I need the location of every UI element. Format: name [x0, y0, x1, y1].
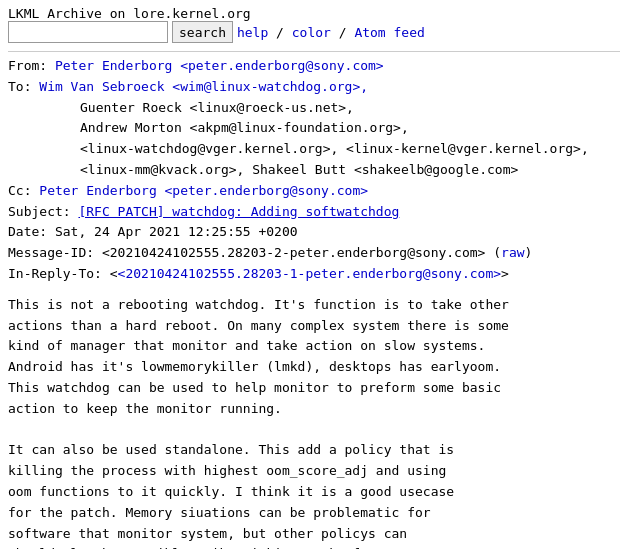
to-cc2: Andrew Morton <akpm@linux-foundation.org…: [80, 118, 409, 139]
to-cc4-line: <linux-mm@kvack.org>, Shakeel Butt <shak…: [80, 160, 620, 181]
raw-link[interactable]: raw: [501, 245, 524, 260]
email-body: This is not a rebooting watchdog. It's f…: [8, 295, 620, 549]
date-value: Sat, 24 Apr 2021 12:25:55 +0200: [47, 222, 297, 243]
to-value: Wim Van Sebroeck <wim@linux-watchdog.org…: [31, 77, 368, 98]
to-email-link[interactable]: Wim Van Sebroeck <wim@linux-watchdog.org…: [39, 79, 368, 94]
from-label: From:: [8, 56, 47, 77]
msgid-line: Message-ID: <20210424102555.28203-2-pete…: [8, 243, 620, 264]
header-divider: [8, 51, 620, 52]
subject-line: Subject: [RFC PATCH] watchdog: Adding so…: [8, 202, 620, 223]
search-bar: search help / color / Atom feed: [8, 21, 620, 43]
to-label: To:: [8, 77, 31, 98]
cc-line: Cc: Peter Enderborg <peter.enderborg@son…: [8, 181, 620, 202]
to-cc2-line: Andrew Morton <akpm@linux-foundation.org…: [80, 118, 620, 139]
search-button[interactable]: search: [172, 21, 233, 43]
to-cc3-line: <linux-watchdog@vger.kernel.org>, <linux…: [80, 139, 620, 160]
to-line: To: Wim Van Sebroeck <wim@linux-watchdog…: [8, 77, 620, 98]
email-headers: From: Peter Enderborg <peter.enderborg@s…: [8, 56, 620, 285]
inreplyto-line: In-Reply-To: <<20210424102555.28203-1-pe…: [8, 264, 620, 285]
separator-2: /: [339, 25, 355, 40]
atom-link[interactable]: Atom feed: [354, 25, 424, 40]
cc-label: Cc:: [8, 181, 31, 202]
separator-1: /: [276, 25, 292, 40]
cc-value: Peter Enderborg <peter.enderborg@sony.co…: [31, 181, 368, 202]
inreplyto-value: <<20210424102555.28203-1-peter.enderborg…: [102, 264, 509, 285]
msgid-value: <20210424102555.28203-2-peter.enderborg@…: [94, 243, 532, 264]
date-line: Date: Sat, 24 Apr 2021 12:25:55 +0200: [8, 222, 620, 243]
site-title: LKML Archive on lore.kernel.org: [8, 6, 251, 21]
search-input[interactable]: [8, 21, 168, 43]
subject-link[interactable]: [RFC PATCH] watchdog: Adding softwatchdo…: [78, 204, 399, 219]
cc-email-link[interactable]: Peter Enderborg <peter.enderborg@sony.co…: [39, 183, 368, 198]
date-label: Date:: [8, 222, 47, 243]
msgid-label: Message-ID:: [8, 243, 94, 264]
color-link[interactable]: color: [292, 25, 331, 40]
from-value: Peter Enderborg <peter.enderborg@sony.co…: [47, 56, 384, 77]
site-header: LKML Archive on lore.kernel.org: [8, 6, 620, 21]
subject-label: Subject:: [8, 202, 71, 223]
from-email-link[interactable]: Peter Enderborg <peter.enderborg@sony.co…: [55, 58, 384, 73]
inreplyto-link[interactable]: <20210424102555.28203-1-peter.enderborg@…: [118, 266, 502, 281]
inreplyto-label: In-Reply-To:: [8, 264, 102, 285]
subject-value: [RFC PATCH] watchdog: Adding softwatchdo…: [71, 202, 400, 223]
help-link[interactable]: help: [237, 25, 268, 40]
nav-links: help / color / Atom feed: [237, 25, 425, 40]
from-line: From: Peter Enderborg <peter.enderborg@s…: [8, 56, 620, 77]
to-cc1-line: Guenter Roeck <linux@roeck-us.net>,: [80, 98, 620, 119]
to-cc3: <linux-watchdog@vger.kernel.org>, <linux…: [80, 139, 589, 160]
to-cc4: <linux-mm@kvack.org>, Shakeel Butt <shak…: [80, 160, 518, 181]
to-cc1: Guenter Roeck <linux@roeck-us.net>,: [80, 98, 354, 119]
